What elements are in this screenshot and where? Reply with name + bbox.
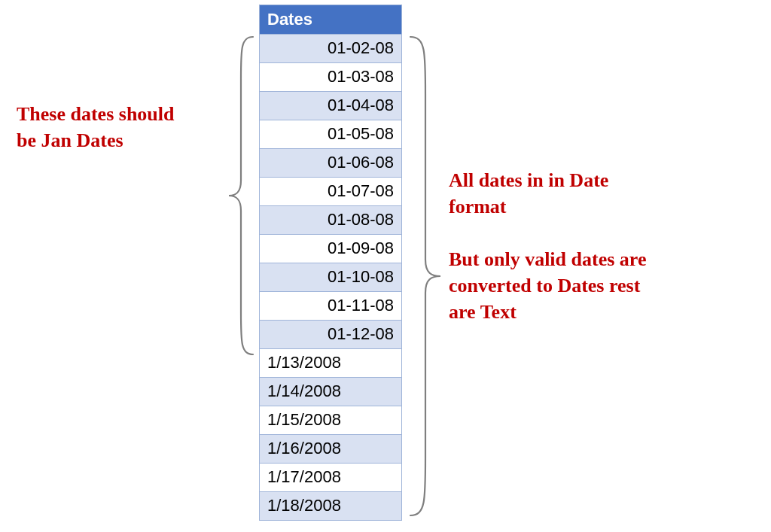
table-row: 1/17/2008 xyxy=(260,464,402,492)
table-row: 1/18/2008 xyxy=(260,492,402,521)
table-row: 1/14/2008 xyxy=(260,378,402,406)
table-row: 01-06-08 xyxy=(260,149,402,178)
table-row: 01-12-08 xyxy=(260,321,402,349)
date-cell: 1/18/2008 xyxy=(260,492,402,521)
table-row: 01-07-08 xyxy=(260,178,402,206)
date-cell: 1/15/2008 xyxy=(260,406,402,435)
annotation-left: These dates should be Jan Dates xyxy=(17,101,242,154)
date-cell: 01-04-08 xyxy=(260,92,402,120)
table-row: 1/16/2008 xyxy=(260,435,402,464)
table-row: 01-02-08 xyxy=(260,35,402,63)
date-cell: 1/16/2008 xyxy=(260,435,402,464)
date-cell: 1/17/2008 xyxy=(260,464,402,492)
date-cell: 01-03-08 xyxy=(260,63,402,92)
brace-right-icon xyxy=(406,34,443,518)
table-row: 01-10-08 xyxy=(260,263,402,292)
table-row: 01-08-08 xyxy=(260,206,402,235)
table-row: 01-09-08 xyxy=(260,235,402,263)
table-row: 01-05-08 xyxy=(260,120,402,149)
date-cell: 01-11-08 xyxy=(260,292,402,321)
table-row: 01-11-08 xyxy=(260,292,402,321)
date-cell: 01-05-08 xyxy=(260,120,402,149)
diagram-stage: Dates 01-02-08 01-03-08 01-04-08 01-05-0… xyxy=(0,0,771,532)
annotation-right: All dates in in Date format But only val… xyxy=(449,167,750,326)
date-cell: 01-10-08 xyxy=(260,263,402,292)
date-cell: 1/13/2008 xyxy=(260,349,402,378)
table-row: 1/15/2008 xyxy=(260,406,402,435)
dates-table-body: 01-02-08 01-03-08 01-04-08 01-05-08 01-0… xyxy=(260,35,402,521)
table-row: 01-03-08 xyxy=(260,63,402,92)
brace-left-icon xyxy=(226,34,256,357)
date-cell: 01-02-08 xyxy=(260,35,402,63)
date-cell: 01-09-08 xyxy=(260,235,402,263)
date-cell: 1/14/2008 xyxy=(260,378,402,406)
dates-header-cell: Dates xyxy=(260,5,402,35)
table-row: 01-04-08 xyxy=(260,92,402,120)
table-row: 1/13/2008 xyxy=(260,349,402,378)
date-cell: 01-06-08 xyxy=(260,149,402,178)
date-cell: 01-08-08 xyxy=(260,206,402,235)
dates-table: Dates 01-02-08 01-03-08 01-04-08 01-05-0… xyxy=(259,5,402,521)
date-cell: 01-12-08 xyxy=(260,321,402,349)
date-cell: 01-07-08 xyxy=(260,178,402,206)
